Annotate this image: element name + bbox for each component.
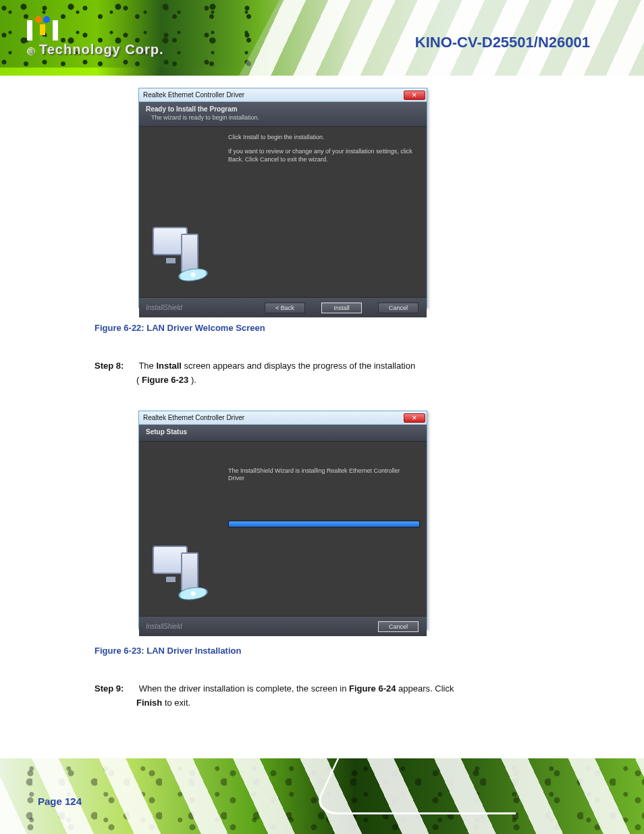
installer-dialog-progress: Realtek Ethernet Controller Driver ✕ Set…: [138, 411, 427, 629]
top-banner: ® Technology Corp. KINO-CV-D25501/N26001: [0, 0, 644, 76]
dialog-body: Click Install to begin the installation.…: [139, 127, 427, 297]
dialog-text-line1: Click Install to begin the installation.: [228, 134, 417, 141]
step-8f: ).: [191, 375, 196, 385]
step-9-text: Step 9: When the driver installation is …: [95, 682, 567, 710]
progress-fill: [229, 521, 419, 527]
step-9e: to exit.: [165, 698, 190, 708]
figure-caption-6-23: Figure 6-23: LAN Driver Installation: [95, 646, 241, 656]
dialog-subheader: Ready to Install the Program The wizard …: [139, 102, 427, 127]
step-number: Step 8:: [95, 359, 136, 373]
dialog-text-line2: If you want to review or change any of y…: [228, 148, 417, 163]
installer-art-icon: [149, 546, 209, 606]
iei-logo-icon: [27, 16, 164, 41]
back-button[interactable]: < Back: [265, 303, 305, 313]
step-8c: screen appears and displays the progress…: [184, 361, 416, 371]
close-icon: ✕: [412, 92, 417, 99]
step-8-text: Step 8: The Install screen appears and d…: [95, 359, 567, 388]
step-9c: appears. Click: [398, 683, 454, 694]
close-button[interactable]: ✕: [404, 90, 425, 100]
step-8a: The: [138, 361, 156, 371]
dialog-heading: Setup Status: [146, 428, 420, 436]
dialog-footer: InstallShield < Back Install Cancel: [139, 297, 427, 317]
step-9d: Finish: [136, 698, 162, 708]
logo-block: ® Technology Corp.: [27, 16, 164, 57]
install-button[interactable]: Install: [321, 303, 362, 313]
close-icon: ✕: [412, 415, 417, 421]
close-button[interactable]: ✕: [404, 413, 425, 423]
progress-bar: [228, 521, 420, 527]
dialog-titlebar: Realtek Ethernet Controller Driver ✕: [139, 411, 427, 425]
dialog-subheader: Setup Status: [139, 425, 427, 442]
installer-dialog-ready: Realtek Ethernet Controller Driver ✕ Rea…: [138, 88, 427, 308]
dialog-heading: Ready to Install the Program: [146, 105, 420, 113]
dialog-subheading: The wizard is ready to begin installatio…: [151, 114, 420, 121]
step-8b: Install: [156, 361, 182, 371]
dialog-body: The InstallShield Wizard is installing R…: [139, 442, 427, 616]
dialog-title: Realtek Ethernet Controller Driver: [143, 414, 244, 421]
dialog-title: Realtek Ethernet Controller Driver: [143, 91, 244, 99]
cancel-button[interactable]: Cancel: [378, 303, 419, 313]
step-number: Step 9:: [95, 682, 136, 696]
registered-icon: ®: [27, 47, 35, 55]
dialog-footer: InstallShield Cancel: [139, 616, 427, 636]
step-9a: When the driver installation is complete…: [139, 683, 349, 694]
installer-art-icon: [149, 227, 209, 288]
step-9b: Figure 6-24: [349, 683, 396, 694]
product-title: KINO-CV-D25501/N26001: [415, 34, 590, 51]
technology-corp-text: Technology Corp.: [39, 42, 164, 57]
installshield-brand: InstallShield: [146, 623, 182, 630]
page-number: Page 124: [38, 796, 82, 807]
status-line: The InstallShield Wizard is installing R…: [228, 467, 417, 483]
step-8d: (: [136, 375, 139, 385]
logo-text: ® Technology Corp.: [27, 42, 164, 57]
bottom-banner: [0, 758, 644, 834]
dialog-titlebar: Realtek Ethernet Controller Driver ✕: [139, 88, 427, 102]
installshield-brand: InstallShield: [146, 304, 182, 311]
figure-caption-6-22: Figure 6-22: LAN Driver Welcome Screen: [95, 323, 265, 333]
cancel-button[interactable]: Cancel: [378, 621, 419, 632]
step-8e: Figure 6-23: [142, 375, 188, 385]
